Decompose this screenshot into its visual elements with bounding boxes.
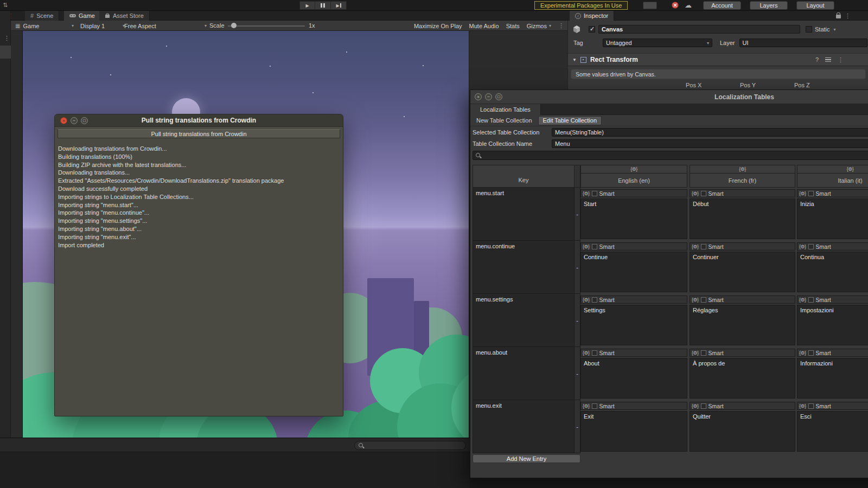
key-cell[interactable]: menu.exit — [473, 400, 575, 453]
tag-dropdown[interactable]: Untagged▾ — [603, 38, 712, 47]
selected-collection-dropdown[interactable]: Menu(StringTable) — [552, 128, 868, 137]
presets-icon[interactable] — [825, 57, 831, 62]
translation-value[interactable]: Continuer — [690, 252, 795, 292]
dialog-minimize-button[interactable]: − — [71, 117, 78, 124]
foldout-icon[interactable]: ▼ — [572, 57, 577, 62]
inspector-lock-icon[interactable] — [836, 15, 841, 18]
smart-checkbox[interactable] — [592, 403, 597, 409]
metadata-gear-icon[interactable]: {⚙} — [799, 403, 806, 409]
metadata-gear-icon[interactable]: {⚙} — [799, 297, 806, 303]
game-view[interactable]: × − □ Pull string translations from Crow… — [23, 31, 469, 438]
metadata-gear-icon[interactable]: {⚙} — [692, 191, 699, 196]
scale-slider[interactable] — [228, 21, 305, 31]
static-dropdown-icon[interactable]: ▾ — [834, 27, 836, 32]
metadata-gear-icon[interactable]: {⚙} — [692, 244, 699, 249]
remove-entry-button[interactable]: - — [575, 347, 580, 400]
key-cell[interactable]: menu.about — [473, 347, 575, 400]
metadata-gear-icon[interactable]: {⚙} — [692, 403, 699, 409]
column-settings-button[interactable]: {⚙} — [797, 165, 868, 174]
step-button[interactable]: ▶ — [331, 1, 347, 10]
dialog-maximize-button[interactable]: □ — [81, 117, 88, 124]
smart-checkbox[interactable] — [701, 350, 706, 356]
translation-value[interactable]: Réglages — [690, 305, 795, 345]
static-checkbox[interactable] — [806, 26, 812, 33]
add-new-entry-button[interactable]: Add New Entry — [473, 454, 580, 463]
stats-toggle[interactable]: Stats — [506, 23, 520, 29]
remove-entry-button[interactable]: - — [575, 241, 580, 294]
aspect-dropdown[interactable]: Free Aspect▾ — [122, 21, 209, 31]
translation-value[interactable]: Quitter — [690, 411, 795, 452]
smart-checkbox[interactable] — [701, 244, 706, 249]
inspector-menu-icon[interactable]: ⋮ — [845, 12, 851, 20]
translation-value[interactable]: Continua — [797, 252, 868, 292]
metadata-gear-icon[interactable]: {⚙} — [583, 403, 590, 409]
metadata-gear-icon[interactable]: {⚙} — [692, 297, 699, 303]
layout-button[interactable]: Layout — [796, 1, 834, 10]
window-maximize-button[interactable]: □ — [495, 93, 502, 100]
localization-titlebar[interactable]: × − □ Localization Tables — [470, 90, 868, 104]
help-icon[interactable]: ? — [815, 56, 819, 63]
translation-value[interactable]: Esci — [797, 411, 868, 452]
crowdin-dialog-titlebar[interactable]: × − □ Pull string translations from Crow… — [55, 114, 343, 127]
tab-inspector[interactable]: iInspector — [570, 11, 614, 21]
rail-menu-icon[interactable]: ⋮ — [4, 35, 10, 42]
smart-checkbox[interactable] — [701, 297, 706, 303]
game-panel-menu-icon[interactable]: ⋮ — [558, 22, 564, 29]
metadata-gear-icon[interactable]: {⚙} — [583, 244, 590, 249]
display-target-dropdown[interactable]: ▦ Game▾ — [13, 21, 76, 31]
column-label[interactable]: English (en) — [580, 174, 687, 188]
translation-value[interactable]: Début — [690, 198, 795, 239]
smart-checkbox[interactable] — [808, 244, 814, 249]
smart-checkbox[interactable] — [808, 403, 814, 409]
toolbar-misc-button[interactable] — [643, 2, 657, 9]
metadata-gear-icon[interactable]: {⚙} — [799, 244, 806, 249]
translation-value[interactable]: À propos de — [690, 358, 795, 399]
pause-button[interactable] — [315, 1, 331, 10]
tab-game[interactable]: Game — [64, 11, 101, 21]
metadata-gear-icon[interactable]: {⚙} — [583, 350, 590, 356]
smart-checkbox[interactable] — [592, 191, 597, 196]
translation-value[interactable]: Informazioni — [797, 358, 868, 399]
version-control-icon[interactable]: ⇅ — [3, 2, 8, 9]
display-dropdown[interactable]: Display 1▾ — [78, 21, 127, 31]
object-name-field[interactable]: Canvas — [598, 25, 800, 34]
dialog-close-button[interactable]: × — [60, 117, 67, 124]
edit-table-collection-tab[interactable]: Edit Table Collection — [538, 116, 602, 125]
key-cell[interactable]: menu.continue — [473, 241, 575, 294]
layers-button[interactable]: Layers — [750, 1, 788, 10]
new-table-collection-tab[interactable]: New Table Collection — [472, 116, 537, 125]
translation-value[interactable]: Inizia — [797, 198, 868, 239]
tab-asset-store[interactable]: Asset Store — [99, 11, 150, 21]
smart-checkbox[interactable] — [808, 350, 814, 356]
metadata-gear-icon[interactable]: {⚙} — [583, 297, 590, 303]
column-header-key[interactable]: Key — [473, 165, 575, 188]
translation-value[interactable]: Impostazioni — [797, 305, 868, 345]
smart-checkbox[interactable] — [592, 350, 597, 356]
cloud-icon[interactable]: ☁ — [685, 1, 692, 10]
maximize-on-play-toggle[interactable]: Maximize On Play — [414, 23, 462, 29]
smart-checkbox[interactable] — [701, 191, 706, 196]
metadata-gear-icon[interactable]: {⚙} — [583, 191, 590, 196]
column-settings-button[interactable]: {⚙} — [580, 165, 687, 174]
account-button[interactable]: Account — [703, 1, 741, 10]
metadata-gear-icon[interactable]: {⚙} — [799, 350, 806, 356]
column-label[interactable]: Italian (it) — [797, 174, 868, 188]
translation-value[interactable]: Exit — [580, 411, 687, 452]
rail-selected-band[interactable] — [0, 46, 11, 59]
slider-knob[interactable] — [231, 23, 237, 28]
active-checkbox[interactable] — [589, 26, 595, 33]
play-button[interactable]: ▶ — [299, 1, 315, 10]
smart-checkbox[interactable] — [592, 297, 597, 303]
table-search-field[interactable] — [473, 151, 868, 160]
tab-localization-tables[interactable]: Localization Tables — [470, 104, 541, 115]
collection-name-field[interactable]: Menu — [552, 139, 868, 148]
translation-value[interactable]: Settings — [580, 305, 687, 345]
smart-checkbox[interactable] — [808, 297, 814, 303]
window-close-button[interactable]: × — [475, 93, 482, 100]
collab-alert-icon[interactable] — [672, 2, 679, 9]
metadata-gear-icon[interactable]: {⚙} — [692, 350, 699, 356]
translation-value[interactable]: About — [580, 358, 687, 399]
window-minimize-button[interactable]: − — [485, 93, 492, 100]
pull-translations-button[interactable]: Pull string translations from Crowdin — [58, 129, 340, 138]
metadata-gear-icon[interactable]: {⚙} — [799, 191, 806, 196]
